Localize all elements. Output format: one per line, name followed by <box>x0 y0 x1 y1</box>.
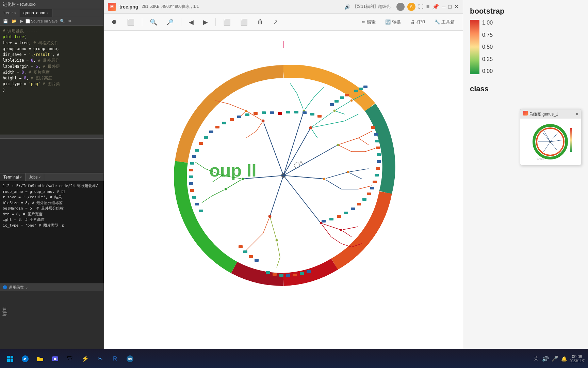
svg-rect-124 <box>209 131 213 133</box>
delete-button[interactable]: 🗑 <box>255 17 265 27</box>
taskbar-folder-button[interactable] <box>33 352 47 366</box>
svg-rect-99 <box>329 218 333 220</box>
taskbar-windows-button[interactable] <box>3 352 17 366</box>
svg-line-47 <box>253 233 263 244</box>
zoom-out-button[interactable]: 🔎 <box>165 17 176 27</box>
code-line-3: tree = tree, # 树格式文件 <box>3 40 101 46</box>
svg-line-44 <box>277 240 280 257</box>
chat-icon: 💬 <box>51 355 59 363</box>
terminal-line-2: roup_anno = group_anno, # 组 <box>3 189 101 195</box>
svg-rect-134 <box>286 111 290 113</box>
svg-rect-76 <box>354 90 358 92</box>
svg-line-30 <box>324 172 348 179</box>
pin-button[interactable]: 📌 <box>432 3 439 10</box>
svg-rect-96 <box>351 208 355 210</box>
svg-rect-156 <box>11 359 13 362</box>
legend-panel: bootstrap 1.00 0.75 0.50 0.25 0.00 class… <box>463 0 588 368</box>
taskbar-mcafee-button[interactable]: 🛡 <box>63 352 77 366</box>
fit-button[interactable]: ⬜ <box>125 17 136 27</box>
svg-rect-94 <box>362 198 366 201</box>
prev-button[interactable]: ◀ <box>187 17 196 27</box>
pencil-button[interactable]: ✏ <box>67 18 73 24</box>
svg-text:↖: ↖ <box>300 160 303 165</box>
search-button[interactable]: 🔍 <box>59 18 66 24</box>
terminal-line-5: belMargin = 5, # 最外层分组标 <box>3 206 101 212</box>
top-indicator <box>283 41 284 48</box>
tab-terminal[interactable]: Terminal × <box>0 173 26 181</box>
svg-point-63 <box>261 119 265 123</box>
svg-point-71 <box>347 171 349 173</box>
code-editor[interactable]: # 调用函数------ plot_tree( tree = tree, # 树… <box>0 26 103 135</box>
run-button[interactable]: ▶ <box>19 18 24 24</box>
legend-value-4: 0.25 <box>482 56 493 62</box>
svg-rect-152 <box>570 128 572 152</box>
tools-button[interactable]: 🔧 工具箱 <box>432 18 457 27</box>
horizontal-scrollbar[interactable] <box>0 135 103 139</box>
source-on-save-checkbox[interactable] <box>26 19 30 24</box>
open-button[interactable]: 📂 <box>11 18 18 24</box>
next-button[interactable]: ▶ <box>201 17 210 27</box>
taskbar-r-button[interactable]: R <box>108 352 122 366</box>
svg-rect-77 <box>359 88 363 90</box>
taskbar-edge-button[interactable] <box>18 352 32 366</box>
close-button[interactable]: ✕ <box>454 3 459 10</box>
tab-jobs[interactable]: Jobs × <box>26 173 44 181</box>
svg-rect-93 <box>367 193 371 195</box>
convert-button[interactable]: 🔄 转换 <box>382 18 404 27</box>
class-title: class <box>470 85 581 93</box>
taskbar-terminal-button[interactable]: ⚡ <box>78 352 92 366</box>
viewer-info: 281.53KB ,4800*4800像素 , 1/1 <box>142 4 199 10</box>
tab-tree-r[interactable]: tree.r × <box>0 9 20 17</box>
mini-close-button[interactable]: × <box>576 112 578 117</box>
taskbar-volume-icon[interactable]: 🔊 <box>542 355 549 362</box>
svg-point-62 <box>350 99 353 102</box>
code-line-4: group_anno = group_anno, <box>3 46 101 52</box>
svg-rect-106 <box>273 273 277 276</box>
taskbar-time: 09:08 2023/11/7 <box>570 354 585 363</box>
taskbar-notification[interactable]: 🔔 <box>561 356 567 362</box>
svg-rect-116 <box>189 182 193 185</box>
svg-rect-105 <box>279 274 283 277</box>
terminal-output[interactable]: 1.2 : E:/InfoStudio/sale_code/24_环状进化树/ … <box>0 181 104 283</box>
rotate-cw-button[interactable]: ⬜ <box>221 17 233 27</box>
svg-line-5 <box>270 175 283 216</box>
svg-line-32 <box>348 172 362 179</box>
reset-button[interactable]: ⏺ <box>109 17 119 27</box>
svg-rect-155 <box>7 359 10 362</box>
source-on-save-label: Source on Save <box>31 19 58 23</box>
tab-group-anno[interactable]: group_anno × <box>20 9 52 17</box>
svg-point-61 <box>333 109 336 112</box>
taskbar-rstudio-button[interactable]: RS <box>123 352 137 366</box>
svg-rect-112 <box>199 210 203 212</box>
code-line-9: height = 8, # 图片高度 <box>3 75 101 81</box>
save-button[interactable]: 💾 <box>2 18 9 24</box>
svg-line-150 <box>543 133 550 142</box>
taskbar-ime[interactable]: 英 <box>533 355 539 362</box>
legend-values: 1.00 0.75 0.50 0.25 0.00 <box>482 20 493 74</box>
taskbar-mic-icon: 🎤 <box>552 355 558 362</box>
bottom-tabs: Terminal × Jobs × <box>0 173 104 181</box>
side-label: ight <box>0 307 9 317</box>
svg-rect-108 <box>255 259 259 262</box>
svg-rect-129 <box>245 113 249 116</box>
taskbar-chat-button[interactable]: 💬 <box>48 352 62 366</box>
svg-rect-110 <box>243 250 247 253</box>
speaker-icon: 🔊 <box>344 4 350 10</box>
expand-button[interactable]: ⛶ <box>418 4 424 10</box>
viewer-panel: M tree.png 281.53KB ,4800*4800像素 , 1/1 🔊… <box>104 0 463 368</box>
zoom-in-button[interactable]: 🔍 <box>148 17 159 27</box>
minimize-button[interactable]: ─ <box>442 4 445 10</box>
print-button[interactable]: 🖨 打印 <box>408 18 428 27</box>
svg-line-35 <box>358 186 372 189</box>
svg-line-2 <box>283 128 311 175</box>
svg-line-55 <box>202 196 212 203</box>
menu-button[interactable]: ≡ <box>426 4 429 10</box>
svg-rect-121 <box>195 149 199 152</box>
edit-button[interactable]: ✏ 编辑 <box>359 18 378 27</box>
taskbar-snipaste-button[interactable]: ✂ <box>93 352 107 366</box>
svg-point-75 <box>224 188 227 190</box>
maximize-button[interactable]: □ <box>448 4 452 10</box>
svg-rect-137 <box>310 113 314 116</box>
share-button[interactable]: ↗ <box>271 17 280 27</box>
rotate-ccw-button[interactable]: ⬜ <box>238 17 250 27</box>
